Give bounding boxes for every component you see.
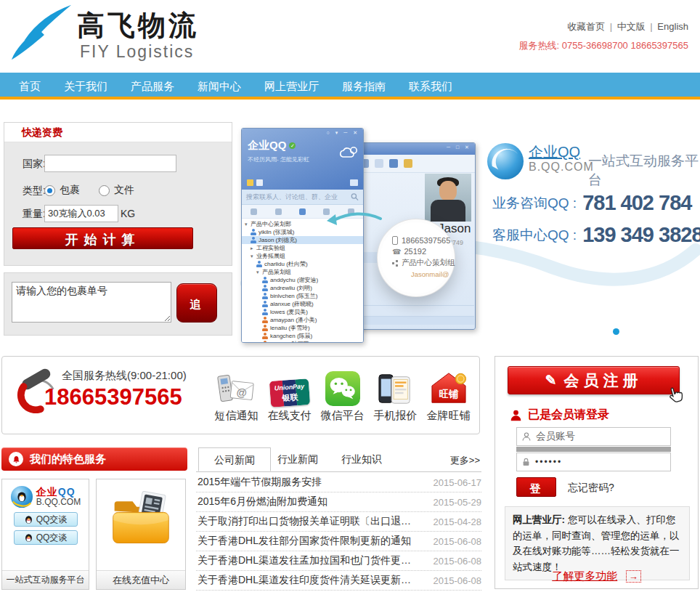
radio-parcel-label: 包裹: [60, 184, 80, 197]
news-date: 2015-06-08: [434, 556, 482, 567]
tree-arrow-icon: [251, 246, 256, 251]
qq-chat-button[interactable]: QQ交谈: [14, 530, 78, 545]
penguin-icon: [24, 515, 33, 524]
qq-contact-row: anddychu (谢安迪): [242, 276, 363, 284]
nav-item[interactable]: 网上营业厅: [254, 73, 329, 97]
forgot-password-link[interactable]: 忘记密码?: [568, 482, 614, 495]
rate-panel: 快递资费 国家: 类型: 包裹 文件 重量: KG 开始计算: [4, 122, 232, 266]
tab-industry-knowledge[interactable]: 行业知识: [341, 453, 382, 466]
callout-email: Jasonmail@: [411, 270, 455, 278]
calculate-button[interactable]: 开始计算: [12, 227, 193, 249]
folder-document-icon: [109, 491, 173, 548]
mobile-icon: [392, 236, 398, 245]
message-tool-icon: [375, 159, 383, 168]
contacts-tab-icon: [275, 208, 282, 215]
login-prompt: 已是会员请登录: [510, 407, 609, 423]
contact-label: 工程实验组: [256, 244, 285, 252]
logo-swoosh-icon: [9, 4, 77, 61]
tab-company-news[interactable]: 公司新闻: [198, 447, 271, 471]
business-qq-line: 业务咨询QQ : 781 402 784: [492, 191, 691, 215]
contact-status-icon: [262, 317, 268, 323]
promo-banner: 企业QQ 不经历风雨- 怎能见彩虹 搜索联系人、讨论组、群、企业: [240, 120, 700, 341]
arrow-right-icon: [626, 570, 641, 583]
news-link[interactable]: 关于香港DHL渠道发往印度货件清关延误更新的通...: [198, 574, 415, 587]
news-link[interactable]: 关于取消打印出口货物报关单证明联〔出口退税...: [198, 515, 415, 528]
nav-item[interactable]: 首页: [9, 73, 51, 97]
callout-phone: 18665397565: [402, 236, 450, 245]
service-wechat[interactable]: 微信平台: [316, 367, 369, 423]
top-link[interactable]: 收藏首页: [567, 21, 617, 32]
contact-label: alanxue (薛晓晓): [270, 300, 314, 308]
register-button-label: 会员注册: [563, 370, 642, 391]
national-hotline-label: 全国服务热线(9:00-21:00): [62, 369, 187, 383]
nav-item[interactable]: 关于我们: [54, 73, 118, 97]
nav-item[interactable]: 服务指南: [332, 73, 396, 97]
tracking-input[interactable]: 请输入您的包裹单号: [12, 282, 171, 323]
qq-card-caption: 一站式互动服务平台: [2, 570, 89, 589]
contact-status-icon: [251, 237, 256, 243]
wechat-icon: [325, 371, 360, 406]
news-link[interactable]: 关于香港DHL发往部分国家货件限制更新的通知: [198, 535, 411, 548]
news-link[interactable]: 2015年端午节假期服务安排: [198, 476, 322, 489]
register-button[interactable]: 会员注册: [508, 366, 680, 394]
qq-contact-row: amaypan (潘小美): [242, 316, 363, 324]
qq-penguin-logo-icon: [10, 485, 33, 508]
tab-industry-news[interactable]: 行业新闻: [277, 453, 318, 466]
nav-item[interactable]: 新闻中心: [187, 73, 251, 97]
qq-contact-row: lenaliu (李雪玲): [242, 324, 363, 332]
business-qq-number: 781 402 784: [582, 191, 691, 215]
qq-search-placeholder: 搜索联系人、讨论组、群、企业: [246, 192, 338, 202]
qq-promo-brand[interactable]: 企业QQ: [529, 142, 580, 162]
weight-input[interactable]: [44, 205, 118, 222]
news-date: 2015-06-08: [434, 536, 482, 547]
contact-status-icon: [262, 301, 268, 307]
top-link[interactable]: English: [657, 21, 688, 32]
password-input[interactable]: ••••••: [516, 453, 671, 471]
input-divider: [516, 447, 671, 452]
service-gold-shop[interactable]: 旺铺 金牌旺铺: [422, 367, 475, 423]
qq-chat-label: QQ交谈: [36, 532, 68, 544]
magnifier-callout: 18665397565 25192 产品中心策划组 Jasonmail@: [378, 219, 455, 296]
search-icon: [351, 192, 359, 201]
national-hotline-number: 18665397565: [44, 384, 182, 410]
service-mobile-quote[interactable]: 手机报价: [369, 367, 422, 423]
recharge-card[interactable]: 在线充值中心: [96, 479, 186, 590]
login-button[interactable]: 登 陆: [516, 477, 556, 497]
top-link[interactable]: 中文版: [617, 21, 658, 32]
qq-window-header: 企业QQ 不经历风雨- 怎能见彩虹: [242, 129, 363, 190]
top-links: 收藏首页中文版English: [567, 20, 688, 33]
contact-label: 业务拓展组: [256, 252, 285, 260]
qq-promo-slogan: 一站式互动服务平台: [588, 152, 700, 190]
service-sms[interactable]: @ 短信通知: [210, 367, 263, 423]
business-qq-label: 业务咨询QQ :: [492, 194, 577, 213]
service-payment[interactable]: UnionPay 银联 在线支付: [263, 367, 316, 423]
contact-label: lenaliu (李雪玲): [270, 324, 310, 332]
contact-label: binlvchen (陈玉兰): [270, 292, 317, 300]
news-link[interactable]: 2015年6月份燃油附加费通知: [198, 495, 327, 508]
profile-list-bar: [355, 316, 474, 325]
service-caption: 短信通知: [210, 409, 263, 423]
country-input[interactable]: [44, 155, 176, 172]
window-controls-icon: [447, 145, 471, 150]
nav-item[interactable]: 产品服务: [121, 73, 184, 97]
learn-more-link[interactable]: 了解更多功能: [552, 569, 617, 582]
account-input[interactable]: 会员账号: [516, 427, 671, 446]
qq-chat-button[interactable]: QQ交谈: [14, 512, 78, 527]
penguin-icon: [24, 533, 33, 543]
news-more-link[interactable]: 更多>>: [450, 454, 480, 467]
password-value: ••••••: [535, 457, 562, 467]
contact-label: kangchen (陈晨): [270, 332, 312, 340]
carousel-dot[interactable]: [613, 328, 619, 335]
radio-parcel[interactable]: [44, 185, 55, 196]
contact-status-icon: [262, 309, 268, 315]
qq-contact-row: 工程实验组: [242, 244, 363, 252]
nav-item[interactable]: 联系我们: [399, 73, 463, 97]
news-link[interactable]: 关于香港DHL渠道发往孟加拉国和也门货件更新的...: [198, 554, 415, 567]
page: 高飞物流 FIY Logistics 收藏首页中文版English 服务热线: …: [0, 0, 700, 592]
track-button[interactable]: 追 踪: [176, 283, 217, 323]
hand-cursor-icon: [664, 384, 688, 407]
add-user-tool-icon: [404, 159, 412, 168]
info-title: 网上营业厅:: [513, 514, 565, 525]
profile-window-titlebar: [354, 143, 475, 155]
radio-document[interactable]: [99, 185, 110, 196]
